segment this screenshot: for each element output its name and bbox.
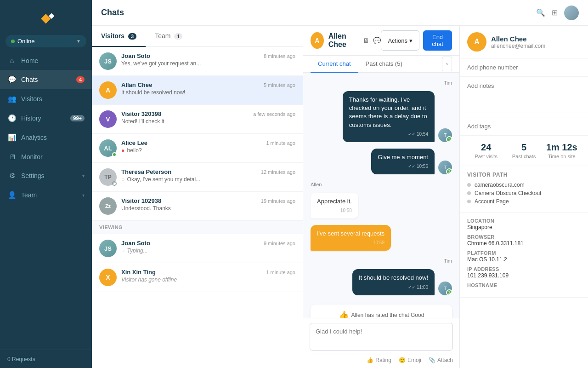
sidebar-item-label: Team bbox=[21, 191, 37, 199]
history-icon: 🕐 bbox=[7, 114, 17, 122]
chevron-right-icon: ▾ bbox=[82, 173, 85, 178]
location-section: Location Singapore Browser Chrome 66.0.3… bbox=[460, 213, 588, 298]
chat-item-name: Visitor 102938 bbox=[121, 197, 161, 204]
attach-icon: 📎 bbox=[429, 357, 435, 363]
tab-visitors[interactable]: Visitors 3 bbox=[92, 26, 146, 47]
user-avatar[interactable] bbox=[564, 6, 579, 20]
settings-icon: ⚙ bbox=[7, 172, 17, 180]
chat-list-item[interactable]: AL Alice Lee 1 minute ago ● hello? bbox=[92, 134, 303, 163]
chat-user-info: A Allen Chee 🖥 💬 bbox=[311, 32, 381, 49]
chats-badge: 4 bbox=[76, 76, 85, 83]
phone-number-input[interactable] bbox=[467, 64, 581, 71]
notes-field[interactable] bbox=[460, 77, 588, 117]
chat-list-item[interactable]: V Visitor 320398 a few seconds ago Noted… bbox=[92, 105, 303, 134]
page-title: Chats bbox=[101, 8, 124, 17]
tab-team[interactable]: Team 1 bbox=[146, 26, 192, 47]
chat-list-item[interactable]: TP Theresa Peterson 12 minutes ago ○ Oka… bbox=[92, 163, 303, 192]
agent-online-indicator: 2 bbox=[446, 136, 452, 142]
attach-button[interactable]: 📎 Attach bbox=[429, 357, 453, 363]
message-input[interactable] bbox=[310, 323, 453, 351]
right-panel-avatar: A bbox=[467, 32, 486, 52]
search-icon[interactable]: 🔍 bbox=[536, 8, 545, 17]
actions-button[interactable]: Actions ▾ bbox=[381, 30, 419, 51]
chat-item-header: Xin Xin Ting 1 minute ago bbox=[121, 269, 295, 276]
sidebar-item-settings[interactable]: ⚙ Settings ▾ bbox=[0, 166, 92, 185]
emoji-icon: 🙂 bbox=[399, 357, 406, 363]
notes-input[interactable] bbox=[467, 82, 581, 110]
grid-icon[interactable]: ⊞ bbox=[552, 8, 558, 17]
message-time: 10:58 bbox=[317, 207, 352, 214]
chat-list-item[interactable]: Zz Visitor 102938 19 minutes ago Underst… bbox=[92, 192, 303, 221]
attach-label: Attach bbox=[437, 357, 453, 363]
visitor-path-item: cameraobscura.com bbox=[467, 182, 581, 188]
sidebar-item-history[interactable]: 🕐 History 99+ bbox=[0, 109, 92, 128]
chat-tab-arrow[interactable]: › bbox=[442, 57, 452, 71]
chat-list-item[interactable]: X Xin Xin Ting 1 minute ago Visitor has … bbox=[92, 263, 303, 292]
chat-top-actions: Actions ▾ End chat bbox=[381, 30, 452, 51]
sidebar-item-team[interactable]: 👤 Team ▾ bbox=[0, 185, 92, 205]
chat-item-time: 5 minutes ago bbox=[264, 82, 295, 88]
actions-button-label: Actions bbox=[388, 37, 407, 44]
right-panel-user-info: Allen Chee allenchee@email.com bbox=[491, 35, 545, 49]
chat-user-avatar: A bbox=[311, 32, 324, 49]
chat-item-content: Joan Soto 8 minutes ago Yes, we've got y… bbox=[121, 52, 295, 67]
chevron-down-icon: ▼ bbox=[76, 39, 81, 44]
status-selector[interactable]: Online ▼ bbox=[6, 35, 86, 47]
tab-past-chats[interactable]: Past chats (5) bbox=[358, 56, 410, 73]
sidebar-item-home[interactable]: ⌂ Home bbox=[0, 51, 92, 70]
chat-item-content: Alice Lee 1 minute ago ● hello? bbox=[121, 139, 295, 154]
tags-field[interactable] bbox=[460, 117, 588, 136]
chat-list-item[interactable]: JS Joan Soto 8 minutes ago Yes, we've go… bbox=[92, 47, 303, 76]
avatar: JS bbox=[99, 52, 117, 70]
location-row: Location Singapore bbox=[467, 218, 581, 230]
agent-avatar: T 2 bbox=[438, 282, 452, 295]
location-label: Location bbox=[467, 218, 581, 224]
ip-label: IP Address bbox=[467, 266, 581, 272]
browser-value: Chrome 66.0.3311.181 bbox=[467, 240, 581, 247]
sidebar-item-chats[interactable]: 💬 Chats 4 bbox=[0, 70, 92, 89]
online-indicator bbox=[112, 152, 117, 157]
home-icon: ⌂ bbox=[7, 57, 17, 64]
chat-list-item[interactable]: JS Joan Soto 9 minutes ago ○ Typing... bbox=[92, 234, 303, 263]
content-area: Visitors 3 Team 1 JS Joan Soto 8 minutes… bbox=[92, 26, 588, 368]
chat-item-preview: Understood. Thanks bbox=[121, 205, 295, 212]
chevron-down-icon: ▾ bbox=[409, 37, 413, 44]
visitor-path-item: Account Page bbox=[467, 198, 581, 205]
avatar: JS bbox=[99, 240, 117, 257]
chat-item-preview: ● hello? bbox=[121, 147, 295, 154]
chat-item-name: Joan Soto bbox=[121, 240, 150, 247]
rating-header: 👍 Allen has rated the chat Good bbox=[318, 310, 445, 318]
platform-value: Mac OS 10.11.2 bbox=[467, 256, 581, 263]
platform-row: Platform Mac OS 10.11.2 bbox=[467, 250, 581, 263]
past-visits-value: 24 bbox=[467, 142, 505, 153]
rating-button[interactable]: 👍 Rating bbox=[367, 357, 391, 363]
chat-item-content: Joan Soto 9 minutes ago ○ Typing... bbox=[121, 240, 295, 254]
chat-list: JS Joan Soto 8 minutes ago Yes, we've go… bbox=[92, 47, 303, 368]
right-panel-user-email: allenchee@email.com bbox=[491, 43, 545, 49]
visitors-icon: 👥 bbox=[7, 95, 17, 103]
chat-list-item[interactable]: A Allan Chee 5 minutes ago It should be … bbox=[92, 76, 303, 105]
agent-avatar: T 2 bbox=[438, 161, 452, 174]
tab-current-chat[interactable]: Current chat bbox=[311, 56, 358, 73]
end-chat-button[interactable]: End chat bbox=[423, 30, 452, 51]
phone-number-field[interactable] bbox=[460, 58, 588, 77]
messages-area: Tim Thanks for waiting. I've checked on … bbox=[303, 73, 459, 318]
message-bubble: Thanks for waiting. I've checked on your… bbox=[343, 91, 435, 142]
agent-online-indicator: 2 bbox=[446, 168, 452, 174]
sidebar-item-label: Visitors bbox=[21, 95, 42, 103]
input-actions: 👍 Rating 🙂 Emoji 📎 Attach bbox=[310, 355, 453, 363]
sidebar-item-analytics[interactable]: 📊 Analytics bbox=[0, 128, 92, 147]
message-row: Appreciate it. 10:58 bbox=[311, 193, 452, 218]
right-panel-header: A Allen Chee allenchee@email.com bbox=[460, 26, 588, 58]
emoji-button[interactable]: 🙂 Emoji bbox=[399, 357, 421, 363]
chat-item-preview: Yes, we've got your request an... bbox=[121, 60, 295, 67]
path-item-label: cameraobscura.com bbox=[475, 182, 525, 188]
chat-item-header: Joan Soto 8 minutes ago bbox=[121, 52, 295, 59]
sidebar-item-monitor[interactable]: 🖥 Monitor bbox=[0, 147, 92, 166]
tags-input[interactable] bbox=[467, 123, 581, 130]
platform-label: Platform bbox=[467, 250, 581, 256]
sidebar-item-visitors[interactable]: 👥 Visitors bbox=[0, 89, 92, 109]
chat-user-icons: 🖥 💬 bbox=[363, 37, 381, 44]
status-text: Online bbox=[17, 38, 74, 45]
chat-item-content: Visitor 102938 19 minutes ago Understood… bbox=[121, 197, 295, 212]
